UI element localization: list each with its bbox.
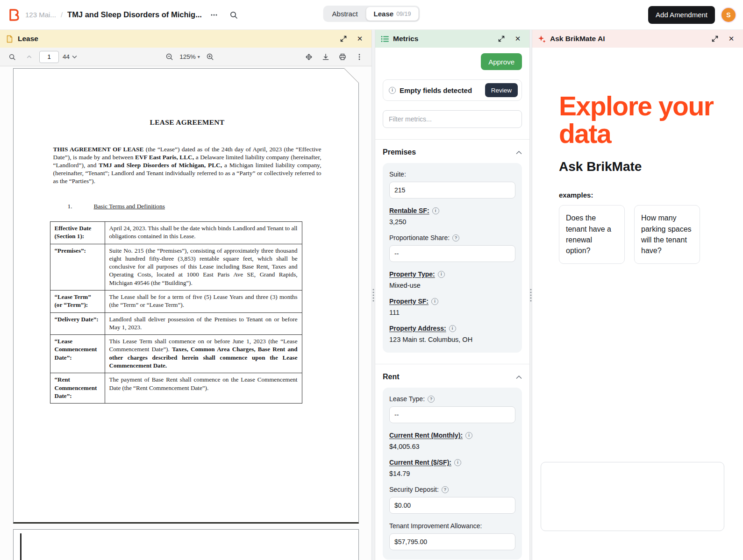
help-icon[interactable]: ? [442,486,449,493]
suite-input[interactable] [389,182,515,198]
pdf-search-button[interactable] [6,50,19,64]
collapse-premises-button[interactable] [516,150,522,155]
property-type-field: Property Type:i Mixed-use [389,270,515,289]
page-number-input[interactable] [39,51,59,63]
info-icon[interactable]: i [465,432,472,439]
premises-card: Suite: Rentable SF:i 3,250 Proportionate… [383,163,522,353]
tab-abstract[interactable]: Abstract [325,7,365,21]
premises-section-title: Premises [383,148,416,156]
zoom-out-icon [165,53,173,61]
search-icon [8,53,16,61]
property-address-label[interactable]: Property Address: [389,325,446,332]
user-avatar[interactable]: S [722,8,736,22]
rent-section-header[interactable]: Rent [383,373,522,381]
chevron-up-icon [516,150,522,155]
approve-button[interactable]: Approve [481,53,522,70]
ai-subheadline: Ask BrikMate [559,159,724,174]
divider [375,139,529,140]
pdf-viewer[interactable]: LEASE AGREEMENT THIS AGREEMENT OF LEASE … [0,66,372,560]
divider [375,364,529,364]
ai-body: Explore your data Ask BrikMate examples:… [532,48,743,560]
lease-type-field: Lease Type:? [389,395,515,423]
download-button[interactable] [319,50,332,64]
info-icon[interactable]: i [431,298,438,305]
info-icon[interactable]: i [449,325,456,332]
lease-panel-header: Lease ✕ [0,30,372,48]
ai-chat-input[interactable] [541,462,724,531]
expand-icon [712,35,718,42]
help-icon[interactable]: ? [452,234,459,241]
rent-card: Lease Type:? Current Rent (Monthly):i $4… [383,388,522,560]
help-icon[interactable]: ? [428,396,435,403]
security-deposit-input[interactable] [389,497,515,514]
add-amendment-button[interactable]: Add Amendment [648,6,715,24]
search-button[interactable] [226,7,241,22]
example-card[interactable]: How many parking spaces will the tenant … [634,205,700,263]
table-row: “Lease Commencement Date”: This Lease Te… [50,335,302,373]
brikmate-logo[interactable] [7,8,21,21]
expand-lease-panel-button[interactable] [337,33,350,45]
zoom-in-button[interactable] [204,50,217,64]
zoom-in-icon [206,53,214,61]
lease-type-input[interactable] [389,406,515,423]
suite-label: Suite: [389,170,406,178]
property-sf-label[interactable]: Property SF: [389,298,429,305]
page-count: 44 [63,53,70,60]
proportionate-share-input[interactable] [389,245,515,262]
breadcrumb-separator: / [61,11,63,19]
close-lease-panel-button[interactable]: ✕ [354,33,366,45]
document-page-next [13,529,359,560]
print-icon [339,53,346,61]
current-rent-monthly-value: $4,005.63 [389,443,515,450]
property-type-label[interactable]: Property Type: [389,270,435,278]
expand-ai-panel-button[interactable] [709,33,721,45]
document-icon [6,35,14,43]
chevron-up-icon [26,53,33,60]
review-button[interactable]: Review [485,83,518,97]
print-button[interactable] [336,50,349,64]
definition-cell: April 24, 2023. This shall be the date w… [105,222,302,244]
search-icon [229,11,238,19]
pdf-toolbar: 44 125% ▾ [0,48,372,66]
collapse-rent-button[interactable] [516,375,522,379]
panel-resize-handle[interactable] [372,30,375,560]
rentable-sf-label[interactable]: Rentable SF: [389,207,429,214]
example-card[interactable]: Does the tenant have a renewal option? [559,205,625,263]
pan-icon [305,53,313,61]
lease-panel-title: Lease [18,35,38,43]
premises-section-header[interactable]: Premises [383,148,522,156]
zoom-level-dropdown[interactable]: 125% ▾ [179,53,200,60]
current-rent-psf-value: $14.79 [389,470,515,477]
pdf-more-button[interactable] [353,50,366,64]
current-rent-psf-label[interactable]: Current Rent ($/SF): [389,459,451,466]
panel-resize-handle[interactable] [529,30,532,560]
info-icon[interactable]: i [432,207,439,214]
zoom-out-button[interactable] [163,50,176,64]
tab-lease[interactable]: Lease 09/19 [366,7,419,21]
property-address-field: Property Address:i 123 Main st. Columbus… [389,325,515,343]
pan-tool-button[interactable] [302,50,315,64]
definition-cell: Landlord shall deliver possession of the… [105,312,302,335]
caret-down-icon: ▾ [198,54,200,59]
ti-allowance-label: Tenant Improvement Allowance: [389,522,482,530]
close-metrics-panel-button[interactable]: ✕ [512,33,524,45]
filter-metrics-input[interactable] [383,110,522,128]
info-icon[interactable]: i [438,271,445,278]
tab-lease-label: Lease [374,10,394,18]
close-ai-panel-button[interactable]: ✕ [725,33,737,45]
metrics-body: Approve i Empty fields detected Review P… [375,48,529,560]
previous-page-button[interactable] [22,50,36,64]
metrics-panel-header: Metrics ✕ [375,30,529,48]
more-options-button[interactable] [207,7,221,22]
term-cell: “Lease Commencement Date”: [50,335,105,373]
page-count-dropdown[interactable]: 44 [63,53,77,60]
info-icon[interactable]: i [454,459,461,466]
expand-metrics-panel-button[interactable] [495,33,507,45]
metrics-panel-title: Metrics [393,35,418,43]
ai-panel-header: Ask BrikMate AI ✕ [532,30,743,48]
lease-intro-paragraph: THIS AGREEMENT OF LEASE (the “Lease”) da… [53,145,321,185]
breadcrumb-parent[interactable]: 123 Mai... [25,11,56,19]
rentable-sf-value: 3,250 [389,218,515,226]
ti-allowance-input[interactable] [389,533,515,550]
current-rent-monthly-label[interactable]: Current Rent (Monthly): [389,432,463,439]
